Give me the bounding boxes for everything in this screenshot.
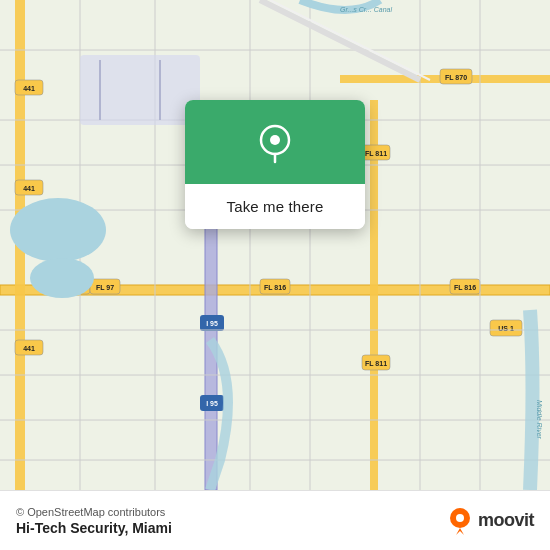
svg-rect-58 bbox=[80, 55, 200, 125]
svg-text:FL 816: FL 816 bbox=[264, 284, 286, 291]
svg-text:Gr...s Cr... Canal: Gr...s Cr... Canal bbox=[340, 6, 392, 13]
svg-text:Middle River: Middle River bbox=[536, 400, 543, 440]
svg-point-56 bbox=[10, 198, 106, 262]
location-name-text: Hi-Tech Security bbox=[16, 520, 124, 536]
city-text: Miami bbox=[132, 520, 172, 536]
location-title: Hi-Tech Security, Miami bbox=[16, 520, 172, 536]
svg-text:FL 870: FL 870 bbox=[445, 74, 467, 81]
moovit-brand-text: moovit bbox=[478, 510, 534, 531]
map-container: FL 816 FL 816 FL 816 441 441 441 I 95 I … bbox=[0, 0, 550, 490]
svg-text:I 95: I 95 bbox=[206, 320, 218, 327]
svg-text:I 95: I 95 bbox=[206, 400, 218, 407]
location-pin-icon bbox=[253, 122, 297, 166]
take-me-there-button[interactable]: Take me there bbox=[185, 184, 365, 229]
svg-text:FL 811: FL 811 bbox=[365, 360, 387, 367]
svg-text:US 1: US 1 bbox=[498, 325, 514, 332]
bottom-left-info: © OpenStreetMap contributors Hi-Tech Sec… bbox=[16, 506, 172, 536]
attribution-text: © OpenStreetMap contributors bbox=[16, 506, 172, 518]
svg-text:FL 816: FL 816 bbox=[454, 284, 476, 291]
popup-card: Take me there bbox=[185, 100, 365, 229]
svg-text:441: 441 bbox=[23, 185, 35, 192]
svg-text:FL 811: FL 811 bbox=[365, 150, 387, 157]
svg-text:FL 97: FL 97 bbox=[96, 284, 114, 291]
map-svg: FL 816 FL 816 FL 816 441 441 441 I 95 I … bbox=[0, 0, 550, 490]
bottom-bar: © OpenStreetMap contributors Hi-Tech Sec… bbox=[0, 490, 550, 550]
svg-text:441: 441 bbox=[23, 345, 35, 352]
moovit-pin-icon bbox=[446, 507, 474, 535]
svg-point-63 bbox=[270, 135, 280, 145]
moovit-logo: moovit bbox=[446, 507, 534, 535]
svg-point-65 bbox=[456, 514, 464, 522]
svg-point-57 bbox=[30, 258, 94, 298]
popup-green-area bbox=[185, 100, 365, 184]
svg-text:441: 441 bbox=[23, 85, 35, 92]
